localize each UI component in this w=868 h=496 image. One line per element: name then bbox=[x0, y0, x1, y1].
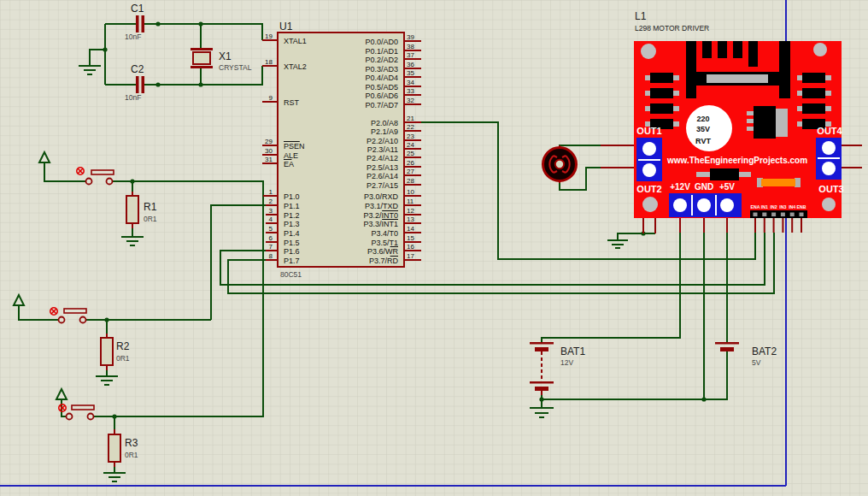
u1-pin-label: P1.4 bbox=[284, 229, 300, 238]
u1-pin-number: 32 bbox=[407, 97, 414, 104]
bat1-ref: BAT1 bbox=[560, 345, 585, 357]
u1-pin-label: P0.2/AD2 bbox=[365, 56, 398, 64]
gnd-terminal-label: GND bbox=[695, 182, 713, 192]
u1-pin-number: 15 bbox=[407, 234, 414, 242]
u1-pin-number: 39 bbox=[407, 33, 414, 41]
control-pin-label-in4: IN4 bbox=[789, 204, 795, 210]
u1-pin-label: P2.0/A8 bbox=[371, 119, 398, 127]
u1-pin-label: P3.0/RXD bbox=[364, 192, 399, 201]
u1-pin-label: P0.5/AD5 bbox=[365, 83, 398, 92]
bat2-value: 5V bbox=[752, 358, 761, 367]
header-strip bbox=[750, 210, 807, 218]
u1-pin-number: 2 bbox=[269, 198, 273, 205]
u1-pin-label: P3.6/WR bbox=[367, 247, 399, 256]
control-pin-label-enb: ENB bbox=[797, 204, 806, 210]
u1-pin-label: P2.4/A12 bbox=[367, 154, 398, 162]
u1-pin-number: 28 bbox=[407, 177, 414, 185]
r1-value: 0R1 bbox=[144, 215, 157, 223]
control-pin-label-in3: IN3 bbox=[779, 204, 786, 210]
mcu-u1[interactable]: U1 80C51 19XTAL118XTAL29RST29PSEN30ALE31… bbox=[262, 21, 421, 279]
u1-pin-label: XTAL1 bbox=[284, 37, 307, 45]
diode bbox=[650, 88, 673, 98]
motor[interactable] bbox=[543, 145, 577, 183]
u1-pin-number: 25 bbox=[407, 150, 414, 157]
x1-value: CRYSTAL bbox=[219, 63, 252, 72]
c2-value: 10nF bbox=[125, 93, 141, 102]
u1-pin-number: 29 bbox=[265, 138, 273, 145]
module-board bbox=[634, 41, 842, 218]
u1-pin-number: 5 bbox=[269, 225, 273, 233]
out2-label: OUT2 bbox=[636, 184, 661, 194]
r3-ref: R3 bbox=[125, 437, 138, 449]
l1-ref: L1 bbox=[635, 10, 647, 22]
c1-ref: C1 bbox=[131, 3, 144, 15]
r1-ref: R1 bbox=[144, 201, 157, 213]
u1-pin-number: 18 bbox=[265, 58, 273, 66]
bat1-value: 12V bbox=[560, 358, 573, 367]
diode bbox=[802, 73, 825, 83]
module-l1[interactable]: L1 L298 MOTOR DRIVER 220 35V RVT bbox=[634, 10, 844, 218]
fuse bbox=[757, 178, 801, 187]
u1-pin-number: 33 bbox=[407, 87, 414, 95]
u1-pin-label: P0.0/AD0 bbox=[365, 38, 398, 46]
u1-pin-label: P1.1 bbox=[284, 202, 300, 210]
u1-pin-number: 11 bbox=[407, 198, 414, 205]
u1-pin-number: 9 bbox=[269, 94, 273, 102]
svg-text:35V: 35V bbox=[696, 125, 710, 133]
heatsink-slot bbox=[707, 74, 768, 83]
r3-value: 0R1 bbox=[125, 451, 138, 459]
control-pin-label-in1: IN1 bbox=[761, 204, 768, 210]
u1-pin-label: P1.2 bbox=[284, 211, 300, 220]
u1-pin-number: 4 bbox=[269, 216, 273, 223]
u1-pin-label: P0.3/AD3 bbox=[365, 65, 398, 74]
u1-pin-number: 17 bbox=[407, 252, 414, 260]
diode bbox=[650, 73, 673, 83]
u1-value: 80C51 bbox=[280, 270, 302, 279]
header-pin bbox=[790, 213, 795, 217]
header-pin bbox=[762, 213, 766, 217]
out1-terminal[interactable] bbox=[636, 138, 662, 181]
u1-pin-label: P3.7/RD bbox=[369, 257, 399, 265]
u1-pin-label: P3.4/T0 bbox=[371, 229, 398, 238]
u1-pin-label: P1.3 bbox=[284, 220, 300, 228]
u1-pin-label: P2.5/A13 bbox=[367, 163, 398, 172]
schematic-canvas: C1 10nF C2 10nF X1 CRYSTAL R1 0R1 R2 0R1… bbox=[0, 0, 868, 496]
u1-pin-number: 31 bbox=[265, 156, 273, 163]
svg-text:220: 220 bbox=[696, 115, 709, 123]
u1-pin-label: P2.7/A15 bbox=[367, 181, 398, 190]
header-pin bbox=[754, 213, 758, 217]
u1-pin-number: 16 bbox=[407, 243, 414, 251]
u1-pin-label: P3.3/INT1 bbox=[363, 220, 398, 228]
u1-pin-label: P2.2/A10 bbox=[367, 137, 398, 145]
control-header[interactable]: ENAIN1IN2IN3IN4ENB bbox=[750, 204, 807, 219]
u1-pin-number: 35 bbox=[407, 69, 414, 77]
5v-terminal-label: +5V bbox=[719, 182, 735, 192]
control-pin-label-in2: IN2 bbox=[771, 204, 777, 210]
out4-terminal[interactable] bbox=[816, 138, 842, 180]
u1-pin-number: 27 bbox=[407, 168, 414, 175]
u1-pin-number: 22 bbox=[407, 123, 414, 131]
u1-pin-number: 26 bbox=[407, 159, 414, 167]
u1-pin-number: 3 bbox=[269, 207, 273, 215]
u1-pin-number: 21 bbox=[407, 115, 414, 122]
u1-pin-number: 30 bbox=[265, 147, 273, 155]
header-pin bbox=[800, 213, 804, 217]
svg-text:RVT: RVT bbox=[695, 137, 711, 145]
u1-pin-label: P2.3/A11 bbox=[367, 145, 398, 154]
website-label: www.TheEngineeringProjects.com bbox=[666, 156, 807, 165]
u1-pin-label: P1.7 bbox=[284, 257, 300, 265]
u1-pin-label: RST bbox=[284, 98, 300, 107]
u1-pin-label: P0.7/AD7 bbox=[365, 101, 398, 109]
out3-label: OUT3 bbox=[818, 184, 843, 194]
capacitor-marking: 220 35V RVT bbox=[686, 105, 732, 151]
x1-ref: X1 bbox=[219, 50, 232, 62]
control-pin-label-ena: ENA bbox=[751, 204, 760, 210]
u1-pin-number: 36 bbox=[407, 61, 414, 68]
u1-pin-number: 1 bbox=[269, 188, 273, 196]
bat2-ref: BAT2 bbox=[752, 345, 777, 357]
u1-pin-number: 6 bbox=[269, 234, 273, 242]
12v-terminal-label: +12V bbox=[670, 182, 690, 192]
power-terminal-block[interactable] bbox=[669, 193, 742, 217]
u1-pin-label: P0.1/AD1 bbox=[365, 47, 398, 56]
u1-pin-number: 10 bbox=[407, 188, 414, 196]
